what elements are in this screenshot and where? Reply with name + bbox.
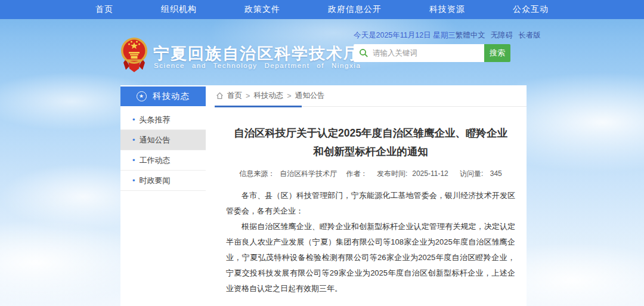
meta-source: 信息来源：自治区科学技术厅 (237, 169, 339, 178)
quick-links: 繁體中文 无障碍 长者版 (456, 30, 541, 41)
link-accessibility[interactable]: 无障碍 (491, 30, 513, 41)
meta-views: 访问量: 345 (457, 169, 504, 178)
sidebar-item-label: 头条推荐 (140, 115, 171, 125)
sidebar-item-work-updates[interactable]: • 工作动态 (120, 150, 206, 171)
breadcrumb: 首页 > 科技动态 > 通知公告 (215, 85, 527, 107)
bullet-dot-icon: • (132, 156, 135, 165)
sidebar-item-label: 通知公告 (140, 135, 171, 146)
site-title: 宁夏回族自治区科学技术厅 (153, 43, 361, 64)
search-icon (359, 48, 369, 58)
circled-star-icon: ★ (137, 91, 147, 101)
article-meta: 信息来源：自治区科学技术厅 作者： 发布时间:2025-11-12 访问量: 3… (226, 169, 515, 179)
national-emblem-logo (120, 35, 148, 75)
main-panel: ★ 科技动态 • 头条推荐 • 通知公告 • 工作动态 • 时政要闻 (120, 85, 527, 306)
breadcrumb-notices[interactable]: 通知公告 (295, 91, 325, 101)
sidebar: ★ 科技动态 • 头条推荐 • 通知公告 • 工作动态 • 时政要闻 (120, 86, 206, 191)
search-button[interactable]: 搜索 (484, 44, 510, 62)
paragraph: 根据自治区雏鹰企业、瞪羚企业和创新型标杆企业认定管理有关规定，决定认定半亩良人农… (226, 219, 515, 296)
bullet-dot-icon: • (132, 135, 135, 144)
bullet-dot-icon: • (132, 176, 135, 185)
article-title-line1: 自治区科技厅关于认定2025年度自治区雏鹰企业、瞪羚企业 (226, 124, 515, 143)
paragraph: 各市、县（区）科技管理部门，宁东能源化工基地管委会，银川经济技术开发区管委会，各… (226, 188, 515, 219)
meta-publish-date: 发布时间:2025-11-12 (374, 169, 451, 178)
search-bar: 搜索 (354, 44, 510, 62)
nav-item-resources[interactable]: 科技资源 (429, 4, 465, 15)
breadcrumb-separator: > (287, 92, 291, 100)
site-subtitle: Science and Technology Department of Nin… (154, 62, 361, 69)
article: 自治区科技厅关于认定2025年度自治区雏鹰企业、瞪羚企业 和创新型标杆企业的通知… (215, 124, 527, 306)
sidebar-item-headlines[interactable]: • 头条推荐 (120, 110, 206, 130)
sidebar-title: 科技动态 (153, 91, 190, 102)
top-navigation: 首页 组织机构 政策文件 政府信息公开 科技资源 公众互动 (0, 0, 644, 19)
current-date: 今天是2025年11月12日 星期三 (354, 30, 456, 41)
content-area: 首页 > 科技动态 > 通知公告 自治区科技厅关于认定2025年度自治区雏鹰企业… (215, 85, 527, 306)
bullet-dot-icon: • (132, 115, 135, 124)
sidebar-menu: • 头条推荐 • 通知公告 • 工作动态 • 时政要闻 (120, 106, 206, 191)
home-icon (216, 92, 224, 100)
nav-item-organization[interactable]: 组织机构 (161, 4, 197, 15)
page: { "colors": { "nav_blue": "#3b7ce0", "se… (0, 0, 644, 306)
nav-item-interaction[interactable]: 公众互动 (513, 4, 549, 15)
sidebar-item-current-affairs[interactable]: • 时政要闻 (120, 171, 206, 191)
article-body: 各市、县（区）科技管理部门，宁东能源化工基地管委会，银川经济技术开发区管委会，各… (226, 188, 515, 296)
sidebar-header: ★ 科技动态 (120, 86, 206, 106)
sidebar-item-notices[interactable]: • 通知公告 (120, 130, 206, 150)
nav-item-policy[interactable]: 政策文件 (244, 4, 280, 15)
sidebar-item-label: 工作动态 (140, 155, 171, 166)
link-elder-version[interactable]: 长者版 (518, 30, 541, 41)
breadcrumb-tech-news[interactable]: 科技动态 (253, 91, 283, 101)
nav-item-home[interactable]: 首页 (95, 4, 113, 15)
article-title-line2: 和创新型标杆企业的通知 (226, 143, 515, 161)
link-traditional-chinese[interactable]: 繁體中文 (456, 30, 485, 41)
search-input[interactable] (354, 44, 484, 62)
sidebar-item-label: 时政要闻 (140, 175, 171, 186)
breadcrumb-separator: > (246, 92, 250, 100)
nav-item-gov-info[interactable]: 政府信息公开 (328, 4, 382, 15)
article-title: 自治区科技厅关于认定2025年度自治区雏鹰企业、瞪羚企业 和创新型标杆企业的通知 (226, 124, 515, 161)
breadcrumb-home[interactable]: 首页 (227, 91, 242, 101)
header-utility-bar: 今天是2025年11月12日 星期三 繁體中文 无障碍 长者版 (354, 30, 522, 40)
meta-author: 作者： (346, 169, 368, 178)
